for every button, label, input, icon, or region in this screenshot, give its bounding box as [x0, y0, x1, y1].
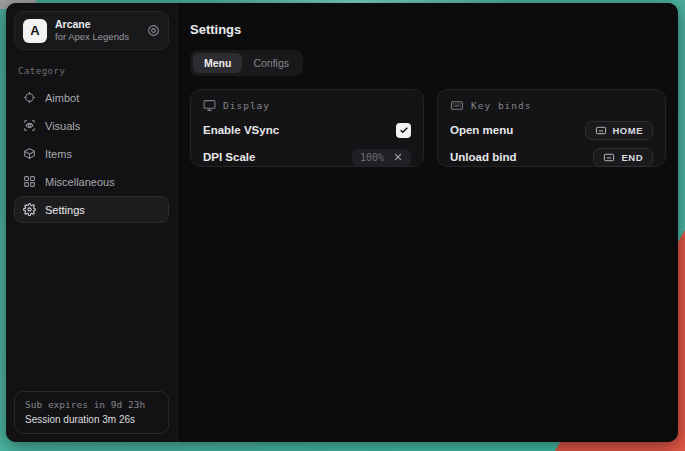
package-icon [23, 147, 36, 160]
unload-bind-key: END [621, 152, 643, 163]
keybinds-card: Key binds Open menu HOME [437, 89, 666, 167]
open-menu-key: HOME [613, 125, 644, 136]
sidebar-item-label: Visuals [45, 120, 80, 132]
session-duration-text: Session duration 3m 26s [25, 414, 158, 425]
unload-bind-keybind-button[interactable]: END [593, 148, 653, 167]
cards-row: Display Enable VSync DPI Scale [190, 89, 666, 167]
open-menu-keybind-button[interactable]: HOME [585, 121, 654, 140]
sidebar-item-label: Miscellaneous [45, 176, 115, 188]
app-logo: A [23, 19, 47, 43]
brand-card: A Arcane for Apex Legends [14, 11, 169, 50]
category-label: Category [18, 66, 165, 76]
tab-menu[interactable]: Menu [193, 53, 242, 73]
unload-bind-row: Unload bind END [450, 148, 653, 166]
support-icon[interactable] [147, 24, 160, 37]
sidebar-item-label: Settings [45, 204, 85, 216]
gear-icon [23, 203, 36, 216]
tab-configs[interactable]: Configs [242, 53, 300, 73]
main-content: Settings Menu Configs Display [178, 3, 678, 442]
enable-vsync-checkbox[interactable] [396, 123, 411, 138]
app-window: A Arcane for Apex Legends Category [6, 3, 678, 442]
display-card-title: Display [223, 100, 270, 111]
grid-icon [23, 175, 36, 188]
sidebar-item-items[interactable]: Items [14, 140, 169, 167]
check-icon [399, 125, 409, 135]
monitor-icon [203, 99, 216, 112]
open-menu-label: Open menu [450, 124, 513, 136]
dpi-scale-label: DPI Scale [203, 151, 255, 163]
keyboard-icon [603, 152, 615, 163]
keyboard-icon [450, 99, 464, 112]
keybinds-card-title: Key binds [471, 100, 531, 111]
desktop-background: A Arcane for Apex Legends Category [0, 0, 685, 451]
enable-vsync-label: Enable VSync [203, 124, 279, 136]
sub-expires-text: Sub expires in 9d 23h [25, 399, 158, 410]
sidebar-item-aimbot[interactable]: Aimbot [14, 84, 169, 111]
unload-bind-label: Unload bind [450, 151, 516, 163]
eye-icon [23, 119, 36, 132]
subscription-box: Sub expires in 9d 23h Session duration 3… [14, 391, 169, 434]
sidebar-item-label: Aimbot [45, 92, 79, 104]
crosshair-icon [23, 91, 36, 104]
sidebar-item-label: Items [45, 148, 72, 160]
sidebar: A Arcane for Apex Legends Category [6, 3, 178, 442]
enable-vsync-row: Enable VSync [203, 121, 411, 139]
display-card: Display Enable VSync DPI Scale [190, 89, 424, 167]
app-subtitle: for Apex Legends [55, 31, 139, 43]
dpi-scale-row: DPI Scale 100% [203, 148, 411, 166]
page-title: Settings [190, 22, 666, 37]
dpi-scale-input[interactable]: 100% [352, 149, 411, 166]
open-menu-row: Open menu HOME [450, 121, 653, 139]
sidebar-item-miscellaneous[interactable]: Miscellaneous [14, 168, 169, 195]
sidebar-item-visuals[interactable]: Visuals [14, 112, 169, 139]
app-name: Arcane [55, 18, 139, 31]
keyboard-icon [595, 125, 607, 136]
tab-bar: Menu Configs [190, 50, 303, 76]
clear-icon[interactable] [393, 152, 403, 162]
sidebar-item-settings[interactable]: Settings [14, 196, 169, 223]
dpi-scale-value: 100% [360, 152, 384, 163]
